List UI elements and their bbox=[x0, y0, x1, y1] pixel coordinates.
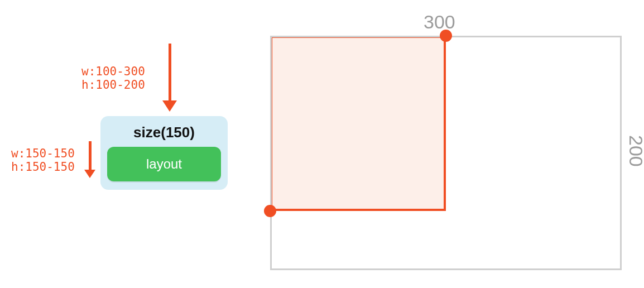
outer-bounds-rect bbox=[270, 36, 622, 270]
outgoing-constraint-label: w:150-150 h:150-150 bbox=[11, 147, 75, 174]
incoming-constraint-label: w:100-300 h:100-200 bbox=[81, 65, 145, 92]
size-node-title: size(150) bbox=[106, 124, 222, 141]
size-node: size(150) layout bbox=[100, 116, 228, 190]
width-dimension-label: 300 bbox=[424, 11, 455, 33]
height-dimension-label: 200 bbox=[625, 135, 644, 167]
arrow-down-icon bbox=[162, 44, 177, 112]
handle-dot-icon bbox=[264, 205, 276, 217]
layout-child: layout bbox=[107, 147, 221, 181]
arrow-down-icon bbox=[84, 141, 96, 178]
